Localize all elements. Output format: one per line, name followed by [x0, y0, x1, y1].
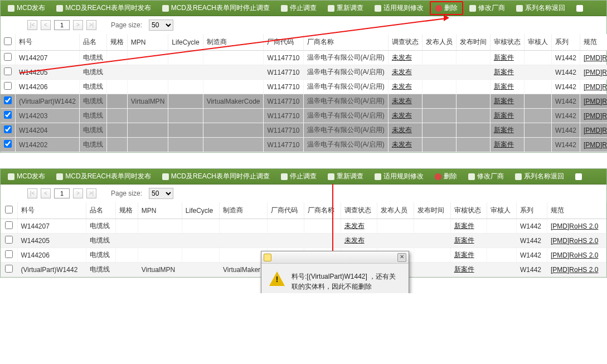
toolbar-MCD及REACH表单同时停止调查[interactable]: MCD及REACH表单同时停止调查 — [157, 2, 275, 14]
dialog-close-button[interactable]: ✕ — [397, 253, 406, 262]
toolbar-MCD发布[interactable]: MCD发布 — [3, 2, 50, 14]
toolbar-mail[interactable] — [571, 3, 590, 13]
cell-link[interactable]: [PMD]RoHS 2.0 — [551, 251, 598, 259]
pager-last[interactable]: >| — [86, 20, 96, 30]
cell-link[interactable]: [PMD]RoHS 2.0 — [584, 98, 607, 105]
row-checkbox[interactable] — [5, 250, 13, 258]
cell-link[interactable]: 未发布 — [344, 222, 365, 230]
column-header[interactable]: MPN — [127, 34, 168, 51]
select-all-checkbox[interactable] — [4, 37, 12, 45]
page-size-select[interactable]: 50 — [149, 188, 173, 199]
cell-link[interactable]: [PMD]RoHS 2.0 — [584, 141, 607, 149]
column-header[interactable]: 审核状态 — [490, 34, 524, 51]
column-header[interactable]: 厂商代码 — [264, 34, 303, 51]
row-checkbox[interactable] — [4, 53, 12, 61]
pager-page-input[interactable] — [54, 188, 70, 198]
column-header[interactable]: 审核人 — [524, 34, 551, 51]
cell-link[interactable]: 新案件 — [454, 222, 474, 230]
column-header[interactable]: 发布时间 — [456, 34, 490, 51]
select-all-checkbox[interactable] — [5, 206, 13, 213]
column-header[interactable]: 审核人 — [487, 202, 517, 219]
cell-link[interactable]: 新案件 — [494, 111, 514, 119]
cell-link[interactable]: 未发布 — [392, 97, 412, 105]
cell-link[interactable]: [PMD]RoHS 2.0 — [584, 54, 607, 62]
toolbar-适用规则修改[interactable]: 适用规则修改 — [370, 2, 429, 14]
column-header[interactable]: 规格 — [106, 34, 127, 51]
cell-link[interactable]: 新案件 — [454, 265, 474, 273]
cell-link[interactable]: 未发布 — [392, 111, 412, 119]
toolbar-mail[interactable] — [570, 172, 589, 182]
cell-link[interactable]: 新案件 — [494, 82, 514, 90]
toolbar-重新调查[interactable]: 重新调查 — [323, 2, 368, 14]
column-header[interactable]: 料号 — [17, 202, 86, 219]
column-header[interactable]: 系列 — [551, 34, 580, 51]
table-row[interactable]: W144205电缆线未发布新案件W1442[PMD]RoHS 2.0 — [1, 234, 606, 248]
pager-first[interactable]: |< — [27, 20, 37, 30]
cell-link[interactable]: 未发布 — [392, 68, 412, 76]
cell-link[interactable]: 未发布 — [392, 54, 412, 61]
row-checkbox[interactable] — [4, 67, 12, 75]
cell-link[interactable]: 新案件 — [494, 97, 514, 105]
pager-prev[interactable]: < — [41, 20, 51, 30]
toolbar-MCD及REACH表单同时发布[interactable]: MCD及REACH表单同时发布 — [51, 2, 156, 14]
table-row[interactable]: W144203电缆线W1147710温帝电子有限公司(A/启用)未发布新案件W1… — [1, 109, 607, 123]
column-header[interactable]: 厂商代码 — [268, 202, 304, 219]
toolbar-重新调查[interactable]: 重新调查 — [323, 170, 368, 183]
table-row[interactable]: W144205电缆线W1147710温帝电子有限公司(A/启用)未发布新案件W1… — [1, 65, 607, 80]
column-header[interactable]: 规范 — [580, 34, 607, 51]
cell-link[interactable]: 新案件 — [494, 54, 514, 61]
column-header[interactable]: 厂商名称 — [304, 202, 341, 219]
toolbar-停止调查[interactable]: 停止调查 — [276, 2, 322, 14]
cell-link[interactable]: 新案件 — [494, 126, 514, 134]
toolbar-MCD及REACH表单同时发布[interactable]: MCD及REACH表单同时发布 — [51, 170, 156, 183]
column-header[interactable]: 厂商名称 — [303, 34, 388, 51]
column-header[interactable]: MPN — [138, 202, 182, 219]
cell-link[interactable]: 新案件 — [454, 236, 474, 244]
page-size-select[interactable]: 50 — [149, 20, 173, 31]
column-header[interactable]: 调查状态 — [341, 202, 377, 219]
row-checkbox[interactable] — [5, 221, 13, 229]
toolbar-修改厂商[interactable]: 修改厂商 — [463, 170, 509, 183]
column-header[interactable]: 系列 — [517, 202, 547, 219]
cell-link[interactable]: [PMD]RoHS 2.0 — [584, 112, 607, 120]
column-header[interactable]: 发布时间 — [414, 202, 450, 219]
pager-next[interactable]: > — [73, 20, 83, 30]
column-header[interactable]: 规范 — [547, 202, 606, 219]
cell-link[interactable]: [PMD]RoHS 2.0 — [584, 127, 607, 134]
column-header[interactable]: 发布人员 — [422, 34, 456, 51]
cell-link[interactable]: 未发布 — [392, 126, 412, 134]
column-header[interactable]: 规格 — [115, 202, 138, 219]
toolbar-删除[interactable]: 删除 — [430, 170, 462, 183]
row-checkbox[interactable] — [4, 82, 12, 90]
cell-link[interactable]: [PMD]RoHS 2.0 — [584, 83, 607, 91]
cell-link[interactable]: [PMD]RoHS 2.0 — [584, 69, 607, 76]
column-header[interactable]: 品名 — [86, 202, 116, 219]
cell-link[interactable]: [PMD]RoHS 2.0 — [551, 222, 598, 230]
table-row[interactable]: (VirtualPart)W1442电缆线VirtualMPNVirtualMa… — [1, 94, 607, 109]
pager-next[interactable]: > — [73, 188, 83, 198]
cell-link[interactable]: [PMD]RoHS 2.0 — [551, 266, 598, 274]
toolbar-系列名称退回[interactable]: 系列名称退回 — [510, 170, 569, 183]
cell-link[interactable]: [PMD]RoHS 2.0 — [551, 237, 598, 245]
table-row[interactable]: W144206电缆线W1147710温帝电子有限公司(A/启用)未发布新案件W1… — [1, 80, 607, 94]
row-checkbox[interactable] — [5, 265, 13, 273]
toolbar-系列名称退回[interactable]: 系列名称退回 — [511, 2, 570, 14]
column-header[interactable]: 调查状态 — [388, 34, 422, 51]
table-row[interactable]: W144202电缆线W1147710温帝电子有限公司(A/启用)未发布新案件W1… — [1, 138, 607, 152]
table-row[interactable]: W144207电缆线未发布新案件W1442[PMD]RoHS 2.0 — [1, 219, 606, 234]
toolbar-删除[interactable]: 删除 — [430, 1, 463, 15]
table-row[interactable]: W144204电缆线W1147710温帝电子有限公司(A/启用)未发布新案件W1… — [1, 123, 607, 138]
pager-page-input[interactable] — [54, 20, 70, 30]
column-header[interactable]: 制造商 — [203, 34, 264, 51]
toolbar-停止调查[interactable]: 停止调查 — [276, 170, 322, 183]
row-checkbox[interactable] — [4, 125, 12, 133]
table-row[interactable]: W144207电缆线W1147710温帝电子有限公司(A/启用)未发布新案件W1… — [1, 51, 607, 65]
cell-link[interactable]: 未发布 — [392, 140, 412, 148]
pager-prev[interactable]: < — [41, 188, 51, 198]
pager-first[interactable]: |< — [27, 188, 37, 198]
row-checkbox[interactable] — [4, 96, 12, 104]
column-header[interactable]: 审核状态 — [450, 202, 487, 219]
toolbar-修改厂商[interactable]: 修改厂商 — [464, 2, 510, 14]
cell-link[interactable]: 未发布 — [392, 82, 412, 90]
column-header[interactable]: 发布人员 — [377, 202, 414, 219]
